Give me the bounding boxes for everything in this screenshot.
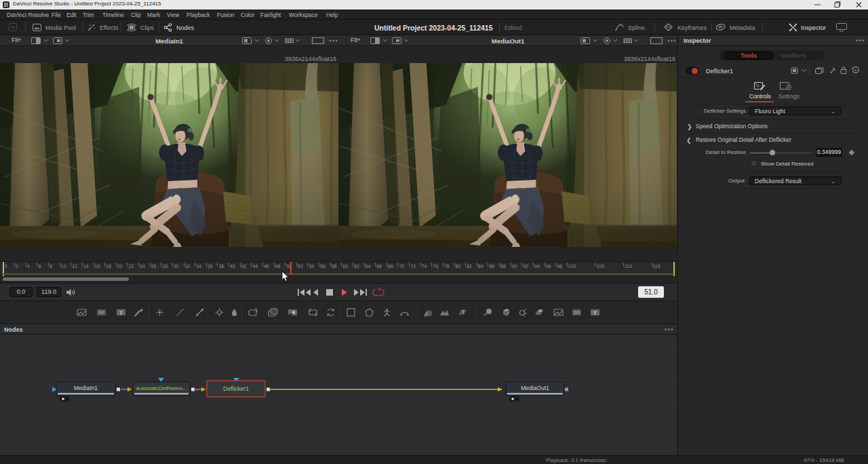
svg-text:MediaIn1: MediaIn1 [74,385,98,391]
svg-text:Deflicker1: Deflicker1 [223,385,249,392]
svg-text:T: T [119,310,123,316]
svg-text:T: T [461,309,465,315]
svg-text:T: T [593,310,597,316]
svg-text:AutomaticDirtRemov...: AutomaticDirtRemov... [136,385,186,391]
svg-text:MediaOut1: MediaOut1 [521,385,549,391]
